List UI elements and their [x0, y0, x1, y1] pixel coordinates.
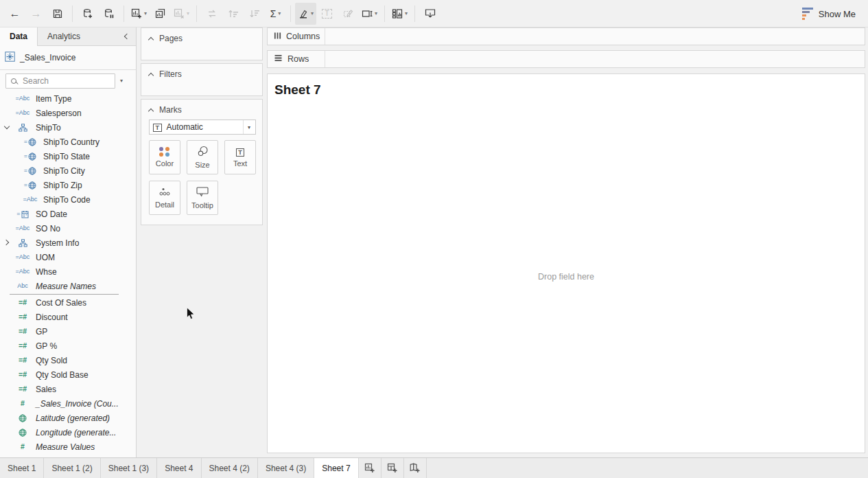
sheet-title: Sheet 7 — [274, 82, 321, 98]
sheet-tab[interactable]: Sheet 1 (2) — [44, 458, 100, 478]
worksheet-canvas[interactable]: Sheet 7 Drop field here — [267, 73, 865, 453]
sheet-tab[interactable]: Sheet 7 — [314, 458, 358, 478]
field-item[interactable]: =#GP % — [0, 339, 135, 353]
collapse-pane-button[interactable] — [118, 27, 136, 45]
sort-descending-button — [244, 3, 265, 25]
columns-shelf[interactable]: Columns — [267, 27, 865, 45]
sheet-tab[interactable]: Sheet 4 (2) — [202, 458, 258, 478]
new-story-button[interactable] — [404, 458, 427, 478]
expander-spacer — [3, 327, 12, 336]
field-item[interactable]: Latitude (generated) — [0, 411, 135, 425]
new-datasource-button[interactable] — [77, 3, 98, 25]
filters-label: Filters — [159, 69, 182, 79]
tooltip-button[interactable]: Tooltip — [187, 181, 218, 215]
text-box-icon: T — [236, 148, 245, 157]
duplicate-sheet-button[interactable] — [150, 3, 171, 25]
showme-bars-icon — [802, 8, 813, 20]
field-item[interactable]: =ShipTo State — [0, 149, 135, 163]
text-button[interactable]: TText — [224, 140, 256, 174]
field-name: ShipTo Zip — [43, 181, 82, 190]
field-item[interactable]: =AbcShipTo Code — [0, 192, 135, 207]
field-item[interactable]: =ShipTo City — [0, 163, 135, 178]
new-worksheet-button[interactable]: ▾ — [128, 3, 150, 25]
mouse-cursor — [186, 307, 196, 321]
field-item[interactable]: =#Qty Sold Base — [0, 367, 135, 382]
save-button[interactable] — [47, 3, 68, 25]
show-me-button[interactable]: Show Me — [802, 0, 856, 27]
field-name: Discount — [36, 312, 68, 322]
sheet-tab[interactable]: Sheet 4 (3) — [258, 458, 314, 478]
field-item[interactable]: #_Sales_Invoice (Cou... — [0, 396, 135, 411]
expander-icon[interactable] — [3, 123, 12, 132]
field-item[interactable]: =#Qty Sold — [0, 353, 135, 367]
pause-updates-button[interactable] — [98, 3, 119, 25]
detail-button[interactable]: Detail — [149, 181, 180, 215]
eq-number-icon: =# — [12, 385, 34, 393]
sheet-tab[interactable]: Sheet 1 — [0, 458, 44, 478]
field-item[interactable]: =#Sales — [0, 382, 135, 396]
field-item[interactable]: =#Cost Of Sales — [0, 295, 135, 310]
field-name: UOM — [36, 253, 55, 262]
size-button[interactable]: Size — [187, 140, 218, 174]
eq-number-icon: =# — [12, 356, 34, 364]
field-item[interactable]: =SO Date — [0, 207, 135, 221]
field-item[interactable]: Longitude (generate... — [0, 425, 135, 440]
collapse-icon[interactable] — [148, 108, 154, 113]
dropdown-caret-icon[interactable]: ▾ — [243, 120, 252, 134]
sheet-tab[interactable]: Sheet 4 — [157, 458, 201, 478]
totals-button[interactable]: Σ▾ — [265, 3, 286, 25]
undo-button[interactable]: ← — [4, 3, 25, 25]
filters-card[interactable]: Filters — [141, 63, 263, 96]
presentation-button[interactable] — [419, 3, 441, 25]
expander-spacer — [3, 312, 12, 321]
collapse-icon[interactable] — [148, 72, 154, 78]
datasource-row[interactable]: _Sales_Invoice — [0, 46, 136, 70]
field-item[interactable]: =ShipTo Zip — [0, 178, 135, 192]
field-item[interactable]: =ShipTo Country — [0, 135, 135, 149]
field-item[interactable]: =AbcSalesperson — [0, 106, 135, 120]
field-item[interactable]: AbcMeasure Names — [0, 279, 135, 293]
expander-spacer — [3, 341, 12, 350]
color-button[interactable]: Color — [149, 140, 180, 174]
new-dashboard-button[interactable] — [382, 458, 404, 478]
search-options-caret[interactable]: ▾ — [120, 78, 123, 84]
tab-analytics[interactable]: Analytics — [38, 27, 90, 45]
field-item[interactable]: =#GP — [0, 324, 135, 339]
field-name: ShipTo Code — [43, 195, 91, 205]
rows-shelf[interactable]: Rows — [267, 50, 865, 68]
cards-panel: Pages Filters Marks T Automatic ▾ ColorS… — [137, 27, 267, 457]
show-me-label: Show Me — [819, 9, 856, 19]
abc-icon: Abc — [12, 283, 34, 289]
new-worksheet-tab-button[interactable] — [359, 458, 382, 478]
eq-number-icon: =# — [12, 299, 34, 306]
size-circles-icon — [197, 146, 209, 158]
field-item[interactable]: =AbcItem Type — [0, 91, 135, 106]
expander-icon[interactable] — [3, 238, 12, 247]
sheet-tab[interactable]: Sheet 1 (3) — [101, 458, 157, 478]
field-name: Qty Sold Base — [36, 370, 89, 380]
field-name: Qty Sold — [36, 356, 67, 365]
toolbar-separator — [384, 5, 385, 22]
field-item[interactable]: =#Discount — [0, 310, 135, 324]
tab-data[interactable]: Data — [0, 27, 38, 46]
mark-button-label: Size — [195, 161, 209, 169]
search-box[interactable] — [5, 73, 115, 89]
pages-label: Pages — [159, 34, 183, 43]
mark-type-dropdown[interactable]: T Automatic ▾ — [149, 120, 256, 135]
field-item[interactable]: =AbcUOM — [0, 250, 135, 264]
field-item[interactable]: =AbcWhse — [0, 264, 135, 279]
mark-button-label: Tooltip — [191, 201, 213, 209]
show-cards-button[interactable]: ▾ — [389, 3, 410, 25]
fit-button[interactable]: ▾ — [359, 3, 380, 25]
globe-green-icon — [12, 429, 34, 437]
field-item[interactable]: =AbcSO No — [0, 221, 135, 236]
field-name: Latitude (generated) — [36, 413, 110, 423]
collapse-icon[interactable] — [148, 36, 154, 42]
field-item[interactable]: #Measure Values — [0, 440, 135, 454]
search-input[interactable] — [21, 76, 110, 87]
highlight-button[interactable]: ▾ — [295, 3, 316, 25]
field-item[interactable]: ShipTo — [0, 120, 135, 135]
pages-card[interactable]: Pages — [141, 27, 263, 60]
expander-spacer — [3, 282, 12, 291]
field-item[interactable]: System Info — [0, 236, 135, 250]
